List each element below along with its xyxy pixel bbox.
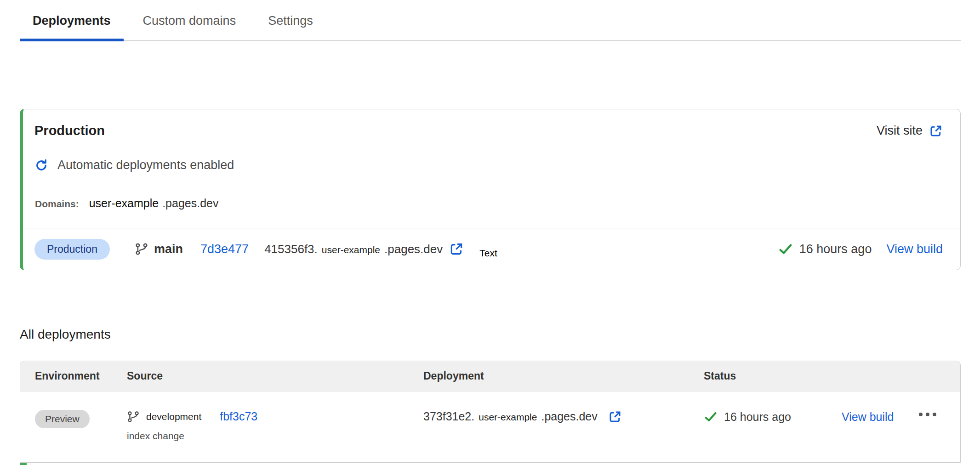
- deployment-status: 16 hours ago View build: [778, 242, 943, 256]
- source-cell: development fbf3c73 index change: [127, 410, 423, 442]
- external-link-icon[interactable]: [449, 242, 464, 256]
- success-check-icon: [704, 410, 718, 424]
- view-build-link[interactable]: View build: [842, 410, 894, 424]
- git-branch-icon: [127, 410, 140, 423]
- domain-name: user-example: [89, 197, 159, 210]
- view-build-link[interactable]: View build: [886, 242, 943, 256]
- refresh-icon: [34, 159, 48, 172]
- overflow-menu-icon[interactable]: [919, 413, 936, 416]
- visit-site-label: Visit site: [877, 124, 923, 138]
- domains-row: Domains: user-example .pages.dev: [35, 197, 218, 210]
- deployment-time: 16 hours ago: [799, 242, 872, 256]
- deployment-time: 16 hours ago: [724, 410, 791, 424]
- deployments-table: Environment Source Deployment Status Pre…: [20, 361, 961, 463]
- tab-deployments[interactable]: Deployments: [20, 9, 124, 40]
- production-card-header: Production Visit site: [34, 123, 943, 138]
- commit-link[interactable]: fbf3c73: [220, 410, 257, 423]
- tab-bar: Deployments Custom domains Settings: [20, 9, 961, 41]
- tab-settings[interactable]: Settings: [255, 9, 326, 40]
- production-card: Production Visit site Automa: [20, 109, 961, 270]
- all-deployments-title: All deployments: [20, 327, 111, 342]
- branch-name: main: [154, 242, 183, 256]
- table-header: Environment Source Deployment Status: [20, 361, 960, 391]
- deployment-hash: 415356f3.: [264, 242, 318, 256]
- deployment-suffix: .pages.dev: [384, 242, 443, 256]
- column-source: Source: [127, 370, 423, 382]
- pages-project-panel: Deployments Custom domains Settings Prod…: [0, 0, 980, 465]
- deployment-cell: 373f31e2. user-example .pages.dev: [423, 410, 704, 424]
- table-row: Preview development fbf3c73: [20, 391, 960, 463]
- deployment-suffix: .pages.dev: [541, 410, 597, 423]
- text-annotation: Text: [479, 248, 497, 259]
- branch-name: development: [146, 411, 201, 422]
- visit-site-link[interactable]: Visit site: [877, 124, 943, 138]
- status-cell: 16 hours ago View build: [704, 410, 946, 424]
- column-environment: Environment: [35, 370, 127, 382]
- environment-badge: Production: [34, 239, 110, 260]
- git-branch-icon: [135, 242, 148, 256]
- production-deployment-row: Production main 7d3e477 415356f3. user-e…: [34, 228, 943, 270]
- deployment-project: user-example: [322, 244, 380, 255]
- column-deployment: Deployment: [423, 370, 704, 382]
- environment-badge: Preview: [35, 410, 90, 428]
- auto-deployments-row: Automatic deployments enabled: [34, 158, 234, 172]
- auto-deployments-text: Automatic deployments enabled: [57, 158, 234, 172]
- commit-link[interactable]: 7d3e477: [200, 242, 249, 256]
- deployment-url: 415356f3. user-example .pages.dev: [264, 242, 443, 256]
- domain-suffix: .pages.dev: [162, 197, 218, 210]
- environment-cell: Preview: [35, 410, 127, 428]
- success-check-icon: [778, 242, 793, 256]
- next-section-edge: [20, 463, 27, 465]
- deployment-hash: 373f31e2.: [423, 410, 474, 423]
- domains-label: Domains:: [35, 198, 79, 210]
- column-status: Status: [704, 370, 946, 382]
- deployment-project: user-example: [479, 412, 537, 423]
- external-link-icon: [929, 124, 943, 138]
- external-link-icon[interactable]: [608, 410, 622, 424]
- commit-message: index change: [127, 431, 423, 442]
- production-title: Production: [34, 123, 105, 138]
- tab-custom-domains[interactable]: Custom domains: [130, 9, 249, 40]
